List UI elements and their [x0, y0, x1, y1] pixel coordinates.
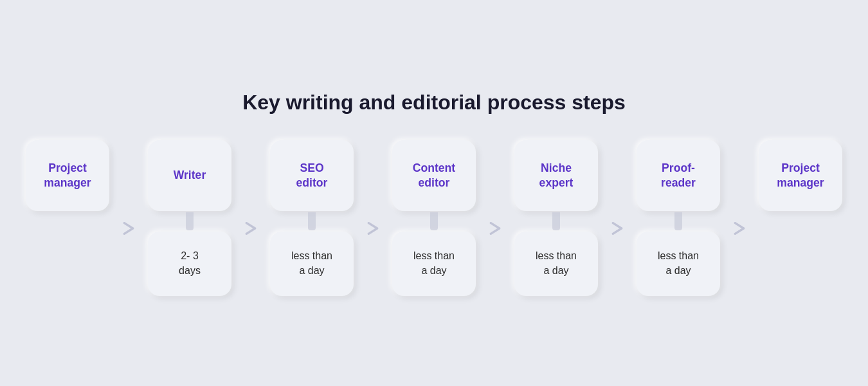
role-label-seo-editor: SEO editor — [296, 161, 328, 190]
arrow-0 — [119, 217, 138, 240]
time-label-seo-editor: less than a day — [291, 249, 332, 278]
step-content-editor: Content editorless than a day — [383, 140, 485, 296]
down-connector-writer — [186, 212, 194, 230]
step-niche-expert: Niche expertless than a day — [505, 140, 608, 296]
role-card-content-editor: Content editor — [392, 140, 476, 211]
down-connector-niche-expert — [552, 212, 560, 230]
step-project-manager-1: Project manager — [16, 140, 119, 296]
role-card-niche-expert: Niche expert — [514, 140, 598, 211]
role-label-content-editor: Content editor — [413, 161, 455, 190]
role-label-project-manager-1: Project manager — [44, 161, 91, 190]
arrow-2 — [363, 217, 383, 240]
role-card-seo-editor: SEO editor — [270, 140, 354, 211]
step-project-manager-2: Project manager — [749, 140, 852, 296]
step-writer: Writer2- 3 days — [138, 140, 241, 296]
time-card-seo-editor: less than a day — [270, 232, 354, 296]
down-connector-content-editor — [430, 212, 438, 230]
time-label-proofreader: less than a day — [658, 249, 699, 278]
time-card-content-editor: less than a day — [392, 232, 476, 296]
time-card-proofreader: less than a day — [637, 232, 720, 296]
arrow-5 — [730, 217, 749, 240]
time-label-writer: 2- 3 days — [179, 249, 201, 278]
arrow-3 — [485, 217, 505, 240]
step-proofreader: Proof- readerless than a day — [627, 140, 730, 296]
role-label-proofreader: Proof- reader — [661, 161, 696, 190]
time-card-writer: 2- 3 days — [148, 232, 231, 296]
arrow-1 — [241, 217, 260, 240]
flow-container: Project manager Writer2- 3 days SEO edit… — [16, 140, 852, 296]
time-label-content-editor: less than a day — [413, 249, 455, 278]
time-card-niche-expert: less than a day — [514, 232, 598, 296]
role-card-project-manager-1: Project manager — [26, 140, 109, 211]
time-label-niche-expert: less than a day — [536, 249, 577, 278]
role-card-project-manager-2: Project manager — [759, 140, 842, 211]
down-connector-seo-editor — [308, 212, 316, 230]
page-title: Key writing and editorial process steps — [242, 91, 626, 115]
role-label-niche-expert: Niche expert — [539, 161, 574, 190]
down-connector-proofreader — [674, 212, 682, 230]
role-card-proofreader: Proof- reader — [637, 140, 720, 211]
step-seo-editor: SEO editorless than a day — [260, 140, 363, 296]
role-label-writer: Writer — [174, 168, 206, 183]
role-card-writer: Writer — [148, 140, 231, 211]
arrow-4 — [608, 217, 627, 240]
role-label-project-manager-2: Project manager — [777, 161, 824, 190]
